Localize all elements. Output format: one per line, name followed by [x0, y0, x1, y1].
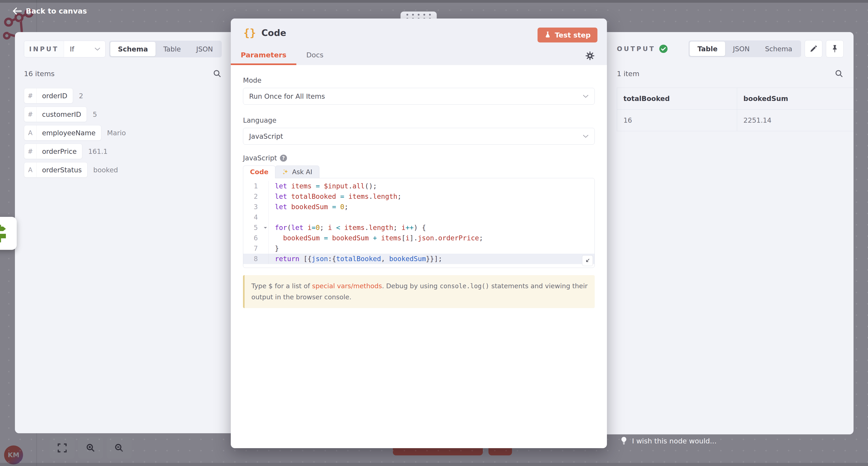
code-lines: 1let items = $input.all();2let totalBook…: [243, 181, 594, 264]
input-panel: INPUT If SchemaTableJSON 16 items #order…: [15, 32, 231, 433]
edit-output-button[interactable]: [805, 40, 822, 57]
mode-select-value: Run Once for All Items: [249, 92, 325, 100]
lightbulb-icon: [620, 436, 628, 445]
success-check-icon: [659, 44, 668, 53]
field-value: 161.1: [88, 147, 107, 156]
view-tab-json[interactable]: JSON: [725, 41, 757, 56]
view-tab-schema[interactable]: Schema: [110, 42, 156, 56]
field-name: orderStatus: [37, 162, 87, 177]
output-cell: 16: [617, 109, 737, 131]
code-line-4[interactable]: 4: [243, 212, 594, 223]
input-search-icon[interactable]: [213, 69, 222, 78]
schema-field-pill[interactable]: #orderPrice: [24, 144, 82, 159]
input-items-count: 16 items: [24, 70, 55, 78]
code-text: let bookedSum = 0;: [269, 202, 348, 212]
field-value: 5: [93, 110, 97, 119]
code-text: let items = $input.all();: [269, 181, 377, 191]
view-tab-table[interactable]: Table: [156, 42, 188, 56]
line-number: 4: [243, 212, 269, 223]
editor-tabs: Code Ask AI: [243, 166, 595, 178]
code-line-3[interactable]: 3let bookedSum = 0;: [243, 202, 594, 212]
view-tab-json[interactable]: JSON: [188, 42, 221, 56]
parameters-panel: Mode Run Once for All Items Language Jav…: [231, 65, 607, 308]
line-number: 3: [243, 202, 269, 212]
line-number: 2: [243, 191, 269, 202]
node-feedback-button[interactable]: I wish this node would...: [620, 436, 717, 445]
output-cell: 2251.14: [737, 109, 854, 131]
svg-text:?: ?: [282, 155, 285, 161]
field-type-icon: #: [24, 144, 37, 159]
language-select-value: JavaScript: [249, 132, 283, 140]
output-search-icon[interactable]: [835, 69, 844, 78]
node-settings-button[interactable]: [585, 51, 595, 61]
field-value: Mario: [107, 129, 126, 137]
chevron-down-icon: [583, 95, 589, 98]
field-name: employeeName: [37, 125, 101, 140]
fold-chevron-icon[interactable]: [264, 227, 267, 230]
field-name: orderPrice: [37, 144, 82, 159]
line-number: 7: [243, 243, 269, 254]
chevron-down-icon: [583, 135, 589, 138]
tab-code[interactable]: Code: [243, 166, 276, 178]
code-line-2[interactable]: 2let totalBooked = items.length;: [243, 191, 594, 202]
line-number: 5: [243, 223, 269, 233]
tab-docs[interactable]: Docs: [296, 51, 333, 65]
schema-field-pill[interactable]: AorderStatus: [24, 162, 88, 177]
expand-editor-button[interactable]: [582, 255, 593, 266]
field-value: 2: [79, 92, 83, 100]
pin-data-button[interactable]: [826, 40, 844, 57]
editor-language-label: JavaScript: [243, 154, 277, 162]
language-select[interactable]: JavaScript: [243, 128, 595, 144]
help-icon[interactable]: ?: [280, 154, 287, 162]
code-node-icon: {}: [243, 27, 256, 39]
schema-field-pill[interactable]: #customerID: [24, 107, 87, 122]
output-items-count: 1 item: [617, 70, 640, 78]
schema-field-row: #customerID5: [24, 107, 222, 122]
view-tab-schema[interactable]: Schema: [757, 41, 800, 56]
input-node-select[interactable]: If: [64, 41, 105, 57]
flask-icon: [544, 31, 551, 39]
input-node-select-value: If: [70, 45, 74, 53]
n8n-node-detail-view: KM Back to canvas I wish this node would…: [0, 0, 868, 466]
tab-parameters[interactable]: Parameters: [231, 51, 296, 65]
schema-field-pill[interactable]: AemployeeName: [24, 125, 101, 140]
modal-header: {} Code Test step Parameters Docs: [231, 19, 607, 65]
output-table: totalBookedbookedSum 162251.14: [617, 88, 854, 131]
if-node-icon: [0, 223, 10, 244]
code-line-6[interactable]: 6 bookedSum = bookedSum + items[i].json.…: [243, 233, 594, 243]
schema-field-row: AorderStatusbooked: [24, 162, 222, 177]
output-table-row: 162251.14: [617, 109, 854, 131]
schema-field-pill[interactable]: #orderID: [24, 88, 73, 103]
output-column-header: totalBooked: [617, 88, 737, 109]
pencil-icon: [809, 45, 817, 53]
code-line-5[interactable]: 5for(let i=0; i < items.length; i++) {: [243, 223, 594, 233]
code-line-8[interactable]: 8return [{json:{totalBooked, bookedSum}}…: [243, 254, 594, 264]
input-schema-list: #orderID2#customerID5AemployeeNameMario#…: [24, 88, 222, 177]
schema-field-row: AemployeeNameMario: [24, 125, 222, 140]
language-label: Language: [243, 116, 595, 124]
test-step-button[interactable]: Test step: [537, 28, 597, 42]
output-column-header: bookedSum: [737, 88, 854, 109]
output-view-tabs: TableJSONSchema: [688, 40, 801, 57]
line-number: 1: [243, 181, 269, 191]
field-type-icon: #: [24, 88, 37, 103]
field-type-icon: #: [24, 107, 37, 122]
back-to-canvas-link[interactable]: Back to canvas: [13, 7, 87, 15]
view-tab-table[interactable]: Table: [690, 41, 725, 56]
code-editor[interactable]: 1let items = $input.all();2let totalBook…: [243, 178, 595, 268]
output-panel: OUTPUT TableJSONSchema 1 item totalBooke…: [607, 32, 854, 434]
code-line-7[interactable]: 7}: [243, 243, 594, 254]
special-vars-link[interactable]: special vars/methods: [312, 282, 382, 290]
back-arrow-icon: [13, 7, 22, 15]
code-text: bookedSum = bookedSum + items[i].json.or…: [269, 233, 483, 243]
field-name: orderID: [37, 88, 73, 103]
code-text: return [{json:{totalBooked, bookedSum}}]…: [269, 254, 442, 264]
field-type-icon: A: [24, 162, 37, 177]
schema-field-row: #orderID2: [24, 88, 222, 103]
mode-select[interactable]: Run Once for All Items: [243, 88, 595, 105]
tab-ask-ai[interactable]: Ask AI: [275, 166, 319, 178]
code-line-1[interactable]: 1let items = $input.all();: [243, 181, 594, 191]
line-number: 8: [243, 254, 269, 264]
node-feedback-label: I wish this node would...: [632, 437, 717, 445]
input-node-preview-if[interactable]: [0, 217, 17, 250]
